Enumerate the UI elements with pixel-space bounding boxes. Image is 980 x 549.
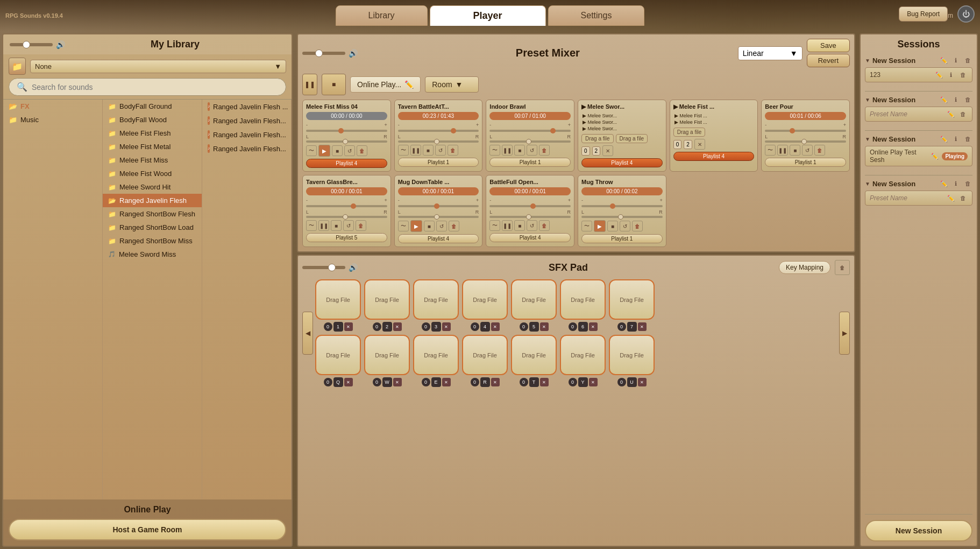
delete-button[interactable]: 🗑 [357,145,367,156]
pan-slider[interactable] [765,140,846,143]
list-item[interactable]: 📁Melee Fist Wood [103,167,202,180]
sfx-key-delete[interactable]: ✕ [491,322,500,331]
volume-slider[interactable] [489,205,571,207]
volume-slider[interactable] [489,130,571,132]
waveform-button[interactable]: 〜 [765,145,776,156]
preset-delete-button[interactable]: 🗑 [958,70,968,80]
category-music[interactable]: 📁 Music [3,113,102,126]
stop-button[interactable]: ■ [332,145,343,156]
delete-button[interactable]: 🗑 [356,220,366,231]
session-delete-button[interactable]: 🗑 [963,134,972,144]
loop-button[interactable]: ↺ [620,221,630,231]
preset-edit-button[interactable]: ✏️ [934,70,944,80]
delete-button[interactable]: 🗑 [632,221,643,231]
mixer-volume-thumb[interactable] [315,50,323,57]
pan-slider[interactable] [398,140,479,143]
sfx-volume-thumb[interactable] [328,264,336,271]
linear-dropdown[interactable]: Linear ▼ [738,46,803,60]
sfx-pad-button[interactable]: Drag File [315,335,361,375]
sfx-pad-button[interactable]: Drag File [609,335,655,375]
preset-delete-button[interactable]: 🗑 [958,193,968,203]
close-button[interactable]: ✕ [602,145,613,156]
room-select[interactable]: Room ▼ [425,76,479,93]
preset-edit-button[interactable]: ✏️ [930,151,940,161]
search-input[interactable] [32,83,278,92]
waveform-button[interactable]: 〜 [398,145,409,156]
sfx-pad-button[interactable]: Drag File [364,335,410,375]
folder-button[interactable]: 📁 [9,58,26,75]
expand-icon[interactable]: ▼ [865,181,870,187]
pause-button[interactable]: ❚❚ [302,74,317,95]
sfx-key-delete[interactable]: ✕ [638,322,647,331]
stop-button[interactable]: ■ [607,221,618,231]
list-item[interactable]: 📁Melee Fist Miss [103,153,202,167]
volume-slider[interactable] [398,130,479,132]
list-item[interactable]: 📁Ranged ShortBow Load [103,221,202,234]
none-dropdown[interactable]: None ▼ [30,60,286,73]
close-button[interactable]: ✕ [694,139,705,150]
waveform-button[interactable]: 〜 [489,220,500,231]
list-item[interactable]: 📁BodyFall Wood [103,113,202,126]
play-button[interactable]: ▶ [410,220,422,232]
sfx-key-delete[interactable]: ✕ [442,378,451,386]
list-item[interactable]: 📁Melee Fist Flesh [103,126,202,140]
session-edit-button[interactable]: ✏️ [939,95,949,104]
sfx-pad-button[interactable]: Drag File [560,335,606,375]
edit-icon[interactable]: ✏️ [404,80,414,89]
session-edit-button[interactable]: ✏️ [939,55,949,65]
sfx-key-delete[interactable]: ✕ [344,322,353,331]
session-edit-button[interactable]: ✏️ [939,134,949,144]
list-item[interactable]: ♪ Ranged Javelin Flesh... [202,142,291,156]
list-item[interactable]: 📁Ranged ShortBow Flesh [103,207,202,221]
session-info-button[interactable]: ℹ [951,179,961,188]
pause-button[interactable]: ❚❚ [777,145,788,156]
stop-button[interactable]: ■ [514,145,525,156]
pan-slider[interactable] [306,216,387,218]
pan-slider[interactable] [489,140,571,143]
key-mapping-button[interactable]: Key Mapping [779,261,830,274]
delete-button[interactable]: 🗑 [814,145,825,156]
list-item[interactable]: ♪ Ranged Javelin Flesh... [202,114,291,128]
pan-slider[interactable] [489,216,571,218]
expand-icon[interactable]: ▼ [865,97,870,103]
expand-icon[interactable]: ▼ [865,58,870,64]
volume-slider[interactable] [398,205,479,207]
sfx-key-delete[interactable]: ✕ [589,322,598,331]
loop-button[interactable]: ↺ [435,145,446,156]
sfx-key-delete[interactable]: ✕ [393,378,402,386]
sfx-next-button[interactable]: ▶ [839,312,850,355]
sfx-pad-button[interactable]: Drag File [462,279,508,320]
sfx-pad-button[interactable]: Drag File [413,279,459,320]
play-button[interactable]: ▶ [318,145,330,157]
volume-slider[interactable] [765,130,846,132]
preset-delete-button[interactable]: 🗑 [958,109,968,119]
list-item[interactable]: 📁Melee Sword Hit [103,180,202,194]
list-item[interactable]: ♪ Ranged Javelin Flesh ... [202,100,291,114]
loop-button[interactable]: ↺ [344,145,355,156]
loop-button[interactable]: ↺ [802,145,813,156]
stop-button[interactable]: ■ [514,220,525,231]
session-info-button[interactable]: ℹ [951,134,961,144]
sfx-volume-track[interactable] [302,266,345,269]
pause-button[interactable]: ❚❚ [502,220,513,231]
pause-button[interactable]: ❚❚ [410,145,421,156]
new-session-button[interactable]: New Session [865,520,972,541]
preset-info-button[interactable]: ℹ [946,70,956,80]
sfx-pad-button[interactable]: Drag File [560,279,606,320]
sfx-pad-button[interactable]: Drag File [364,279,410,320]
power-button[interactable]: ⏻ [957,5,975,23]
tab-library[interactable]: Library [336,5,428,26]
stop-button[interactable]: ■ [322,74,346,95]
session-info-button[interactable]: ℹ [951,55,961,65]
waveform-button[interactable]: 〜 [306,145,317,156]
stop-button[interactable]: ■ [790,145,800,156]
delete-button[interactable]: 🗑 [539,220,550,231]
waveform-button[interactable]: 〜 [581,221,592,231]
session-edit-button[interactable]: ✏️ [939,179,949,188]
preset-edit-button[interactable]: ✏️ [946,193,956,203]
loop-button[interactable]: ↺ [343,220,354,231]
pan-slider[interactable] [398,216,479,218]
stop-button[interactable]: ■ [423,145,434,156]
volume-slider[interactable] [581,205,663,207]
sfx-key-delete[interactable]: ✕ [589,378,598,386]
